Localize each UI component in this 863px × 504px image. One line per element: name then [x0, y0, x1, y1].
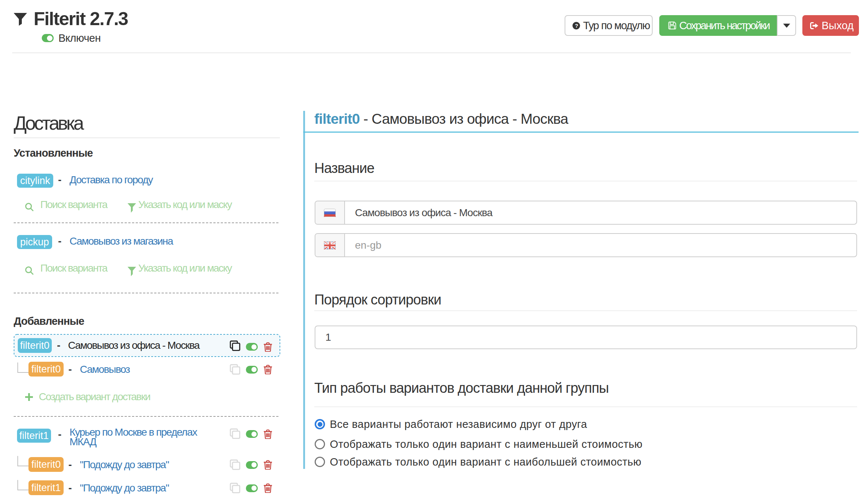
svg-text:?: ?: [575, 23, 578, 29]
